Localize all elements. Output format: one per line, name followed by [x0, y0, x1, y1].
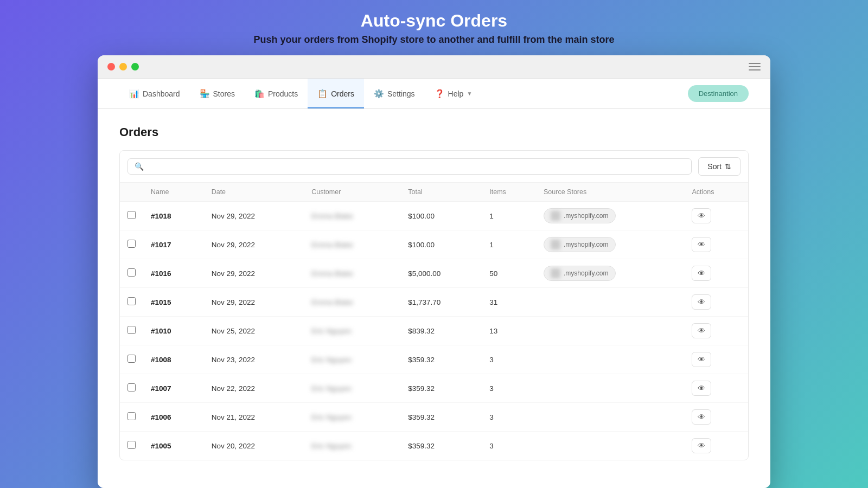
table-row: #1015Nov 29, 2022Emma Blake$1,737.7031👁 — [120, 288, 748, 317]
eye-icon: 👁 — [698, 355, 705, 364]
row-checkbox-1017[interactable] — [127, 240, 136, 248]
search-icon: 🔍 — [135, 162, 144, 171]
view-order-button-1006[interactable]: 👁 — [692, 409, 711, 425]
order-source-1017: .myshopify.com — [536, 230, 684, 259]
row-checkbox-1016[interactable] — [127, 268, 136, 277]
content-area: Orders 🔍 Sort ⇅ Name Da — [98, 109, 770, 488]
order-total-1005: $359.32 — [400, 432, 482, 460]
order-total-1016: $5,000.00 — [400, 259, 482, 288]
store-avatar-icon — [551, 268, 560, 278]
order-actions-1018: 👁 — [684, 202, 748, 230]
header-date: Date — [204, 183, 304, 202]
sidebar-item-settings[interactable]: ⚙️ Settings — [364, 79, 425, 108]
app-window: 📊 Dashboard 🏪 Stores 🛍️ Products 📋 Order… — [98, 55, 770, 488]
maximize-button[interactable] — [131, 63, 139, 70]
view-order-button-1008[interactable]: 👁 — [692, 352, 711, 367]
destination-button[interactable]: Destinantion — [688, 85, 749, 102]
order-customer-1005: Eric Nguyen — [304, 432, 400, 460]
sidebar-item-help[interactable]: ❓ Help ▼ — [425, 79, 482, 108]
order-items-1008: 3 — [482, 345, 536, 374]
order-total-1018: $100.00 — [400, 202, 482, 230]
header-name: Name — [143, 183, 204, 202]
order-source-1005 — [536, 432, 684, 460]
order-total-1015: $1,737.70 — [400, 288, 482, 317]
order-customer-1015: Emma Blake — [304, 288, 400, 317]
sidebar-item-stores[interactable]: 🏪 Stores — [190, 79, 245, 108]
minimize-button[interactable] — [119, 63, 127, 70]
order-customer-1008: Eric Nguyen — [304, 345, 400, 374]
eye-icon: 👁 — [698, 269, 705, 278]
view-order-button-1007[interactable]: 👁 — [692, 381, 711, 396]
order-customer-1016: Emma Blake — [304, 259, 400, 288]
row-checkbox-1007[interactable] — [127, 383, 136, 391]
view-order-button-1005[interactable]: 👁 — [692, 438, 711, 453]
table-row: #1005Nov 20, 2022Eric Nguyen$359.323👁 — [120, 432, 748, 460]
hamburger-icon[interactable] — [749, 63, 761, 70]
header-customer: Customer — [304, 183, 400, 202]
sidebar-item-dashboard[interactable]: 📊 Dashboard — [119, 79, 190, 108]
order-source-1006 — [536, 403, 684, 432]
order-name-1018: #1018 — [143, 202, 204, 230]
eye-icon: 👁 — [698, 326, 705, 335]
view-order-button-1017[interactable]: 👁 — [692, 237, 711, 252]
order-source-1010 — [536, 317, 684, 345]
order-customer-1018: Emma Blake — [304, 202, 400, 230]
table-row: #1010Nov 25, 2022Eric Nguyen$839.3213👁 — [120, 317, 748, 345]
order-total-1017: $100.00 — [400, 230, 482, 259]
row-checkbox-1006[interactable] — [127, 412, 136, 420]
order-name-1010: #1010 — [143, 317, 204, 345]
order-total-1010: $839.32 — [400, 317, 482, 345]
sort-label: Sort — [707, 162, 722, 171]
order-items-1005: 3 — [482, 432, 536, 460]
stores-icon: 🏪 — [200, 89, 210, 99]
chevron-down-icon: ▼ — [467, 91, 472, 97]
view-order-button-1018[interactable]: 👁 — [692, 208, 711, 223]
order-date-1015: Nov 29, 2022 — [204, 288, 304, 317]
table-row: #1007Nov 22, 2022Eric Nguyen$359.323👁 — [120, 374, 748, 403]
row-checkbox-1018[interactable] — [127, 211, 136, 219]
view-order-button-1016[interactable]: 👁 — [692, 266, 711, 281]
page-subtitle: Push your orders from Shopify store to a… — [253, 34, 614, 46]
title-bar — [98, 55, 770, 79]
order-date-1007: Nov 22, 2022 — [204, 374, 304, 403]
row-checkbox-1008[interactable] — [127, 355, 136, 363]
row-checkbox-1015[interactable] — [127, 297, 136, 305]
table-toolbar: 🔍 Sort ⇅ — [120, 151, 748, 183]
order-actions-1017: 👁 — [684, 230, 748, 259]
close-button[interactable] — [107, 63, 115, 70]
view-order-button-1015[interactable]: 👁 — [692, 294, 711, 310]
order-actions-1006: 👁 — [684, 403, 748, 432]
products-label: Products — [268, 89, 298, 98]
store-avatar-icon — [551, 211, 560, 221]
sidebar-item-products[interactable]: 🛍️ Products — [245, 79, 308, 108]
order-name-1008: #1008 — [143, 345, 204, 374]
dashboard-icon: 📊 — [129, 89, 139, 99]
orders-label: Orders — [331, 89, 354, 98]
order-customer-1007: Eric Nguyen — [304, 374, 400, 403]
eye-icon: 👁 — [698, 441, 705, 450]
search-input[interactable] — [148, 162, 685, 171]
row-checkbox-1010[interactable] — [127, 326, 136, 334]
table-header-row: Name Date Customer Total Items Source St… — [120, 183, 748, 202]
order-items-1007: 3 — [482, 374, 536, 403]
eye-icon: 👁 — [698, 384, 705, 393]
order-date-1008: Nov 23, 2022 — [204, 345, 304, 374]
order-source-1018: .myshopify.com — [536, 202, 684, 230]
help-label: Help — [448, 89, 464, 98]
table-row: #1018Nov 29, 2022Emma Blake$100.001.mysh… — [120, 202, 748, 230]
row-checkbox-1005[interactable] — [127, 441, 136, 449]
view-order-button-1010[interactable]: 👁 — [692, 323, 711, 338]
order-name-1016: #1016 — [143, 259, 204, 288]
order-actions-1015: 👁 — [684, 288, 748, 317]
sidebar-item-orders[interactable]: 📋 Orders — [308, 79, 364, 108]
order-name-1006: #1006 — [143, 403, 204, 432]
header-checkbox-col — [120, 183, 143, 202]
order-total-1008: $359.32 — [400, 345, 482, 374]
page-title: Auto-sync Orders — [253, 11, 614, 31]
dashboard-label: Dashboard — [143, 89, 180, 98]
order-name-1015: #1015 — [143, 288, 204, 317]
header-items: Items — [482, 183, 536, 202]
table-row: #1008Nov 23, 2022Eric Nguyen$359.323👁 — [120, 345, 748, 374]
sort-button[interactable]: Sort ⇅ — [698, 157, 741, 176]
table-row: #1016Nov 29, 2022Emma Blake$5,000.0050.m… — [120, 259, 748, 288]
